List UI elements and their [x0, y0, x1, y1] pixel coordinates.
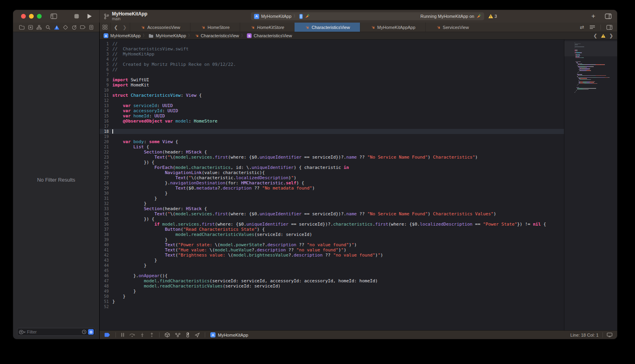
code-line[interactable]: 24 }) { [100, 160, 564, 165]
pause-execution-icon[interactable] [121, 333, 124, 337]
tab-MyHomeKitAppApp[interactable]: MyHomeKitAppApp [360, 23, 425, 32]
code-line[interactable]: 50 } [100, 294, 564, 299]
line-number[interactable]: 33 [100, 206, 112, 211]
line-number[interactable]: 10 [100, 88, 112, 93]
run-button[interactable] [87, 13, 92, 19]
line-number[interactable]: 29 [100, 186, 112, 191]
activity-status-pill[interactable]: A MyHomeKitApp 〉 Running MyHomeKitApp on [251, 12, 484, 20]
simulate-location-icon[interactable] [195, 333, 200, 337]
code-line[interactable]: 46 }.onAppear(){ [100, 273, 564, 278]
code-line[interactable]: 38 model.readCharacteristicValues(servic… [100, 232, 564, 237]
step-into-icon[interactable] [140, 333, 144, 337]
code-line[interactable]: 41 Text("Hue value: \(model.hueValue?.de… [100, 247, 564, 253]
line-number[interactable]: 22 [100, 149, 112, 155]
code-line[interactable]: 11struct CharacteristicsView: View { [100, 93, 564, 98]
line-number[interactable]: 45 [100, 268, 112, 273]
debug-view-hierarchy-icon[interactable] [165, 332, 170, 337]
find-navigator-icon[interactable] [46, 25, 50, 30]
add-editor-plus-button[interactable]: + [591, 12, 595, 20]
source-control-navigator-icon[interactable] [28, 25, 33, 30]
line-number[interactable]: 39 [100, 237, 112, 242]
filter-clear-button[interactable]: ⊗ [88, 329, 94, 335]
environment-overrides-icon[interactable] [186, 332, 190, 337]
related-items-icon[interactable] [100, 23, 110, 32]
code-line[interactable]: 40 Text("Power state: \(model.powerState… [100, 242, 564, 247]
source-editor[interactable]: 1//2// CharacteristicsView.swift3// MyHo… [100, 40, 564, 330]
line-number[interactable]: 30 [100, 191, 112, 196]
code-line[interactable]: 2// CharacteristicsView.swift [100, 46, 564, 52]
line-number[interactable]: 13 [100, 103, 112, 108]
code-line[interactable]: 8import SwiftUI [100, 77, 564, 82]
code-line[interactable]: 29 Text($0.metadata?.description ?? "No … [100, 186, 564, 191]
code-line[interactable]: 36 if model.services.first(where: {$0.un… [100, 222, 564, 227]
issue-navigator-icon[interactable] [54, 25, 60, 30]
step-over-icon[interactable] [129, 333, 135, 337]
breakpoint-navigator-icon[interactable] [80, 25, 86, 29]
test-navigator-icon[interactable] [63, 25, 68, 30]
code-line[interactable]: 44 } [100, 263, 564, 268]
line-number[interactable]: 16 [100, 119, 112, 124]
tab-HomeStore[interactable]: HomeStore [190, 23, 240, 32]
close-window-button[interactable] [21, 14, 26, 19]
warning-count-badge[interactable]: 3 [488, 14, 497, 19]
line-number[interactable]: 11 [100, 93, 112, 98]
line-number[interactable]: 35 [100, 216, 112, 222]
code-line[interactable]: 4// [100, 57, 564, 62]
report-navigator-icon[interactable] [89, 25, 93, 30]
line-number[interactable]: 9 [100, 82, 112, 88]
line-number[interactable]: 46 [100, 273, 112, 278]
debug-process-badge[interactable]: A MyHomeKitApp [210, 332, 248, 337]
line-number[interactable]: 19 [100, 134, 112, 139]
code-line[interactable]: 47 model.findCharacteristics(serviceId: … [100, 278, 564, 284]
line-number[interactable]: 25 [100, 165, 112, 170]
line-number[interactable]: 8 [100, 77, 112, 82]
stop-button[interactable] [74, 14, 79, 19]
split-editor-icon[interactable] [606, 25, 612, 30]
code-line[interactable]: 10 [100, 88, 564, 93]
line-number[interactable]: 32 [100, 201, 112, 206]
line-number[interactable]: 12 [100, 98, 112, 103]
line-number[interactable]: 28 [100, 180, 112, 186]
code-line[interactable]: 34 Text("\(model.services.first(where: {… [100, 211, 564, 216]
code-line[interactable]: 45 [100, 268, 564, 273]
breakpoints-toggle-icon[interactable] [104, 333, 110, 337]
code-line[interactable]: 30 } [100, 191, 564, 196]
line-number[interactable]: 2 [100, 46, 112, 52]
code-line[interactable]: 3// MyHomeKitApp [100, 52, 564, 57]
code-line[interactable]: 5// Created by Moritz Philip Recke on 09… [100, 62, 564, 67]
line-number[interactable]: 6 [100, 67, 112, 72]
code-line[interactable]: 27 Text("\(characteristic.localizedDescr… [100, 175, 564, 180]
debug-memory-graph-icon[interactable] [175, 333, 181, 337]
line-number[interactable]: 21 [100, 144, 112, 149]
filter-field[interactable]: Filter ⊗ [17, 328, 95, 336]
line-number[interactable]: 43 [100, 258, 112, 263]
breadcrumb-item[interactable]: MyHomeKitApp [148, 33, 186, 38]
line-number[interactable]: 31 [100, 196, 112, 201]
code-line[interactable]: 12 [100, 98, 564, 103]
line-number[interactable]: 23 [100, 155, 112, 160]
minimap[interactable] [564, 40, 617, 330]
line-number[interactable]: 49 [100, 289, 112, 294]
line-number[interactable]: 36 [100, 222, 112, 227]
filter-funnel-icon[interactable] [19, 330, 25, 334]
code-line[interactable]: 1// [100, 41, 564, 46]
code-line[interactable]: 49 } [100, 289, 564, 294]
toggle-navigator-icon[interactable] [50, 13, 57, 19]
line-number[interactable]: 34 [100, 211, 112, 216]
minimize-window-button[interactable] [29, 14, 34, 19]
code-line[interactable]: 33 Section(header: HStack { [100, 206, 564, 211]
line-number[interactable]: 47 [100, 278, 112, 284]
line-number[interactable]: 41 [100, 247, 112, 253]
project-navigator-icon[interactable] [19, 25, 25, 30]
issue-warning-icon[interactable] [601, 34, 606, 38]
code-line[interactable]: 19 [100, 134, 564, 139]
line-number[interactable]: 44 [100, 263, 112, 268]
previous-issue-icon[interactable]: ❮ [593, 33, 597, 38]
code-review-icon[interactable]: ⇄ [580, 24, 584, 30]
step-out-icon[interactable] [150, 333, 154, 337]
recent-filter-clock-icon[interactable] [82, 330, 87, 334]
line-number[interactable]: 15 [100, 113, 112, 119]
code-line[interactable]: 18 [100, 129, 564, 134]
line-number[interactable]: 18 [100, 129, 112, 134]
line-number[interactable]: 3 [100, 52, 112, 57]
